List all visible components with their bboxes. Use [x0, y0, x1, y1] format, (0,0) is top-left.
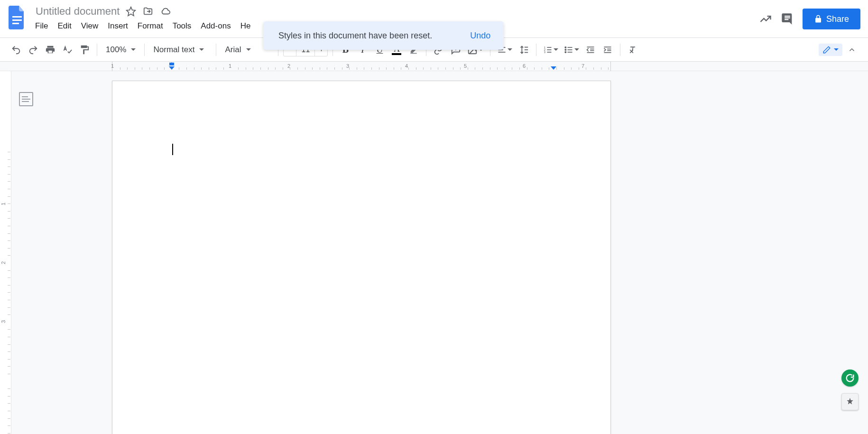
- ruler-tick: [401, 67, 401, 70]
- ruler-label: 1: [0, 203, 6, 205]
- menu-view[interactable]: View: [76, 19, 103, 33]
- ruler-tick: [505, 67, 505, 70]
- menu-addons[interactable]: Add-ons: [196, 19, 235, 33]
- redo-button[interactable]: [26, 42, 41, 57]
- clear-formatting-button[interactable]: [625, 42, 640, 57]
- svg-text:3: 3: [544, 50, 545, 53]
- header-left: Untitled document File Edit View: [8, 4, 255, 33]
- notification-undo-button[interactable]: Undo: [470, 31, 490, 41]
- ruler-tick: [8, 226, 10, 226]
- ruler-tick: [519, 67, 520, 70]
- right-indent-marker[interactable]: [551, 66, 556, 70]
- ruler-tick: [542, 67, 542, 70]
- ruler-tick: [8, 366, 10, 367]
- paragraph-style-combo[interactable]: Normal text: [149, 43, 211, 57]
- activity-icon[interactable]: [759, 12, 772, 26]
- ruler-tick: [431, 67, 431, 70]
- ruler-tick: [564, 67, 564, 70]
- ruler-tick: [127, 67, 128, 70]
- dropdown-icon: [508, 48, 512, 51]
- menu-file[interactable]: File: [30, 19, 53, 33]
- docs-logo[interactable]: [8, 5, 27, 30]
- move-icon[interactable]: [143, 6, 153, 17]
- ruler-tick: [497, 67, 498, 70]
- ruler-tick: [438, 67, 438, 70]
- ruler-tick: [209, 67, 209, 70]
- document-page[interactable]: [112, 81, 611, 434]
- dropdown-icon: [834, 48, 839, 51]
- vertical-ruler[interactable]: 1 2 3: [0, 71, 11, 434]
- ruler-tick: [8, 166, 10, 167]
- editing-mode-button[interactable]: [819, 44, 842, 56]
- ruler-tick: [8, 255, 10, 256]
- horizontal-ruler[interactable]: 1 1 2 3 4 5 6 7: [0, 62, 868, 71]
- ruler-tick: [8, 359, 10, 360]
- undo-button[interactable]: [9, 42, 24, 57]
- ruler-tick: [8, 344, 10, 345]
- document-title[interactable]: Untitled document: [32, 4, 123, 19]
- ruler-tick: [194, 67, 194, 70]
- star-icon[interactable]: [126, 6, 136, 17]
- workspace: 1 1 2 3 4 5 6 7 1 2 3: [0, 62, 868, 434]
- hide-menus-button[interactable]: [844, 42, 859, 57]
- ruler-track: 1 1 2 3 4 5 6 7: [112, 62, 611, 71]
- ruler-tick: [364, 67, 364, 70]
- comments-icon[interactable]: [781, 12, 794, 26]
- separator: [216, 44, 216, 56]
- share-button[interactable]: Share: [803, 9, 860, 29]
- ruler-tick: [120, 67, 120, 70]
- separator: [144, 44, 145, 56]
- ruler-tick: [8, 248, 10, 249]
- spellcheck-button[interactable]: [60, 42, 75, 57]
- ruler-tick: [253, 67, 253, 70]
- ruler-label: 6: [523, 63, 526, 69]
- zoom-combo[interactable]: 100%: [102, 43, 139, 57]
- dropdown-icon: [246, 48, 251, 51]
- increase-indent-button[interactable]: [600, 42, 615, 57]
- grammarly-fab[interactable]: [841, 369, 859, 387]
- ruler-tick: [268, 67, 268, 70]
- print-button[interactable]: [43, 42, 58, 57]
- ruler-label: 3: [0, 320, 6, 323]
- ruler-tick: [275, 67, 276, 70]
- menu-format[interactable]: Format: [133, 19, 168, 33]
- ruler-tick: [8, 418, 10, 419]
- ruler-tick: [297, 67, 298, 70]
- ruler-tick: [593, 67, 594, 70]
- numbered-list-button[interactable]: 123: [541, 42, 560, 57]
- ruler-tick: [246, 67, 246, 70]
- dropdown-icon: [554, 48, 558, 51]
- title-area: Untitled document File Edit View: [32, 4, 255, 33]
- ruler-tick: [534, 67, 535, 70]
- ruler-tick: [334, 67, 335, 70]
- separator: [536, 44, 536, 56]
- explore-fab[interactable]: [841, 393, 859, 410]
- menu-help[interactable]: He: [236, 19, 256, 33]
- ruler-tick: [586, 67, 586, 70]
- menu-edit[interactable]: Edit: [53, 19, 76, 33]
- notification-snackbar: Styles in this document have been reset.…: [263, 21, 504, 50]
- notification-message: Styles in this document have been reset.: [278, 31, 432, 41]
- menu-tools[interactable]: Tools: [168, 19, 196, 33]
- ruler-tick: [379, 67, 379, 70]
- paint-format-button[interactable]: [77, 42, 92, 57]
- ruler-label: 1: [229, 63, 231, 69]
- ruler-tick: [8, 433, 10, 434]
- line-spacing-button[interactable]: [516, 42, 531, 57]
- ruler-tick: [579, 67, 579, 70]
- cloud-status-icon[interactable]: [160, 6, 171, 17]
- ruler-tick: [8, 285, 10, 286]
- document-outline-button[interactable]: [19, 92, 33, 106]
- ruler-tick: [8, 159, 10, 160]
- zoom-value: 100%: [106, 45, 126, 55]
- ruler-tick: [164, 67, 165, 70]
- bulleted-list-button[interactable]: [562, 42, 581, 57]
- ruler-tick: [8, 351, 10, 352]
- svg-point-25: [565, 49, 567, 50]
- ruler-tick: [357, 67, 357, 70]
- decrease-indent-button[interactable]: [583, 42, 598, 57]
- svg-marker-3: [127, 7, 135, 16]
- left-indent-marker[interactable]: [169, 66, 175, 70]
- ruler-tick: [423, 67, 424, 70]
- menu-insert[interactable]: Insert: [103, 19, 133, 33]
